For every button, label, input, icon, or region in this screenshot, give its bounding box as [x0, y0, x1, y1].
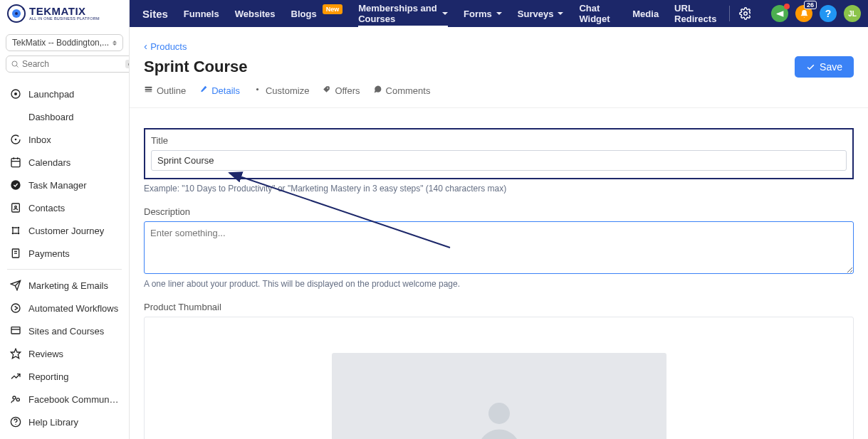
- sidebar-item-label: Customer Journey: [28, 226, 104, 236]
- chevron-down-icon: [442, 12, 448, 15]
- thumbnail-label: Product Thumbnail: [144, 302, 854, 312]
- customize-icon: [253, 85, 262, 96]
- sidebar-item-label: Automated Workflows: [28, 303, 118, 314]
- svg-point-21: [18, 227, 20, 229]
- reporting-icon: [10, 371, 21, 382]
- sidebar-item-facebook-community-g-[interactable]: Facebook Community G...: [0, 388, 129, 411]
- topnav-sites[interactable]: Sites: [142, 0, 168, 27]
- breadcrumb-back[interactable]: Products: [144, 41, 187, 52]
- save-button[interactable]: Save: [795, 56, 854, 78]
- topnav-label: Websites: [235, 9, 276, 19]
- topnav-item-websites[interactable]: Websites: [235, 0, 276, 27]
- title-input[interactable]: [151, 150, 847, 171]
- notif-count: 26: [804, 1, 817, 9]
- svg-point-29: [11, 304, 20, 312]
- logo-icon: [7, 4, 26, 23]
- sidebar-item-reviews[interactable]: Reviews: [0, 342, 129, 365]
- thumbnail-uploader[interactable]: [144, 317, 854, 439]
- contacts-icon: [10, 202, 21, 213]
- sidebar-item-label: Reviews: [28, 349, 63, 359]
- tab-customize[interactable]: Customize: [253, 85, 309, 99]
- topnav-item-surveys[interactable]: Surveys: [518, 0, 564, 27]
- payments-icon: [10, 248, 21, 259]
- sidebar-item-marketing-emails[interactable]: Marketing & Emails: [0, 274, 129, 297]
- svg-point-17: [11, 180, 20, 189]
- topnav-item-blogs[interactable]: BlogsNew: [291, 0, 343, 27]
- svg-rect-9: [16, 112, 20, 116]
- org-selector[interactable]: TekMatix -- Boddington,...: [6, 34, 123, 51]
- svg-line-4: [16, 65, 18, 67]
- svg-point-20: [12, 227, 14, 229]
- search-input[interactable]: [22, 59, 122, 69]
- announcements-button[interactable]: [771, 5, 788, 22]
- svg-point-42: [328, 88, 329, 89]
- topnav-label: Chat Widget: [579, 3, 617, 24]
- sidebar-item-calendars[interactable]: Calendars: [0, 151, 129, 174]
- brand-tagline: ALL IN ONE BUSINESS PLATFORM: [29, 17, 100, 21]
- tab-offers[interactable]: Offers: [322, 85, 360, 99]
- sidebar-item-payments[interactable]: Payments: [0, 242, 129, 265]
- image-placeholder-icon: [467, 392, 531, 439]
- sidebar-item-label: Help Library: [28, 417, 78, 428]
- dashboard-icon: [10, 111, 21, 122]
- title-label: Title: [151, 135, 847, 146]
- help-button[interactable]: ?: [820, 5, 837, 22]
- sidebar-separator: [7, 269, 122, 270]
- tab-label: Customize: [266, 85, 309, 96]
- title-hint: Example: "10 Days to Productivity" or "M…: [144, 184, 854, 194]
- user-avatar[interactable]: JL: [844, 5, 861, 22]
- sidebar-item-sites-and-courses[interactable]: Sites and Courses: [0, 319, 129, 342]
- sidebar-item-customer-journey[interactable]: Customer Journey: [0, 219, 129, 242]
- search-input-wrapper[interactable]: ctrl K: [6, 55, 130, 73]
- star-icon: [10, 348, 21, 359]
- tab-comments[interactable]: Comments: [373, 85, 431, 99]
- sidebar-items: LaunchpadDashboardInboxCalendarsTask Man…: [0, 80, 129, 436]
- topnav-item-chat-widget[interactable]: Chat Widget: [579, 0, 617, 27]
- sidebar-item-label: Contacts: [28, 203, 65, 213]
- tab-details[interactable]: Details: [199, 85, 240, 99]
- tab-label: Offers: [335, 85, 360, 96]
- check-icon: [806, 63, 815, 72]
- svg-rect-30: [11, 327, 20, 334]
- sidebar-item-contacts[interactable]: Contacts: [0, 196, 129, 219]
- main-content[interactable]: Products Sprint Course Save OutlineDetai…: [130, 27, 868, 439]
- topnav-label: Media: [632, 9, 659, 19]
- sidebar-item-dashboard[interactable]: Dashboard: [0, 105, 129, 128]
- description-input[interactable]: [144, 221, 854, 274]
- topnav-item-url-redirects[interactable]: URL Redirects: [674, 0, 718, 27]
- notifications-button[interactable]: 26: [795, 5, 812, 22]
- details-icon: [199, 85, 208, 96]
- topnav-item-memberships-and-courses[interactable]: Memberships and Courses: [358, 0, 448, 27]
- svg-point-43: [488, 403, 510, 424]
- sidebar-item-task-manager[interactable]: Task Manager: [0, 174, 129, 196]
- topnav-item-media[interactable]: Media: [632, 0, 659, 27]
- sidebar-item-automated-workflows[interactable]: Automated Workflows: [0, 297, 129, 319]
- topnav: Sites FunnelsWebsitesBlogsNewMemberships…: [130, 0, 868, 27]
- sidebar-item-label: Reporting: [28, 371, 68, 382]
- settings-button[interactable]: [739, 7, 752, 20]
- sidebar-item-label: Inbox: [28, 134, 51, 145]
- sidebar-item-launchpad[interactable]: Launchpad: [0, 83, 129, 105]
- svg-point-12: [15, 139, 17, 141]
- svg-rect-11: [16, 117, 20, 121]
- tab-outline[interactable]: Outline: [144, 85, 186, 99]
- svg-rect-40: [145, 91, 152, 92]
- sidebar-item-label: Task Manager: [28, 180, 87, 191]
- sidebar-item-inbox[interactable]: Inbox: [0, 128, 129, 151]
- svg-point-7: [14, 92, 17, 95]
- svg-point-41: [256, 88, 258, 90]
- svg-point-23: [18, 233, 20, 235]
- topnav-item-forms[interactable]: Forms: [464, 0, 502, 27]
- task-icon: [10, 179, 21, 191]
- topnav-label: Surveys: [518, 9, 554, 19]
- offers-icon: [322, 85, 331, 96]
- sidebar-item-reporting[interactable]: Reporting: [0, 365, 129, 388]
- topnav-item-funnels[interactable]: Funnels: [184, 0, 219, 27]
- tab-label: Outline: [157, 85, 186, 96]
- launchpad-icon: [10, 88, 21, 100]
- description-label: Description: [144, 206, 854, 217]
- logo: TEKMATIX ALL IN ONE BUSINESS PLATFORM: [0, 0, 129, 27]
- sidebar-item-help-library[interactable]: Help Library: [0, 411, 129, 433]
- bell-icon: [800, 9, 809, 18]
- sites-icon: [10, 325, 21, 337]
